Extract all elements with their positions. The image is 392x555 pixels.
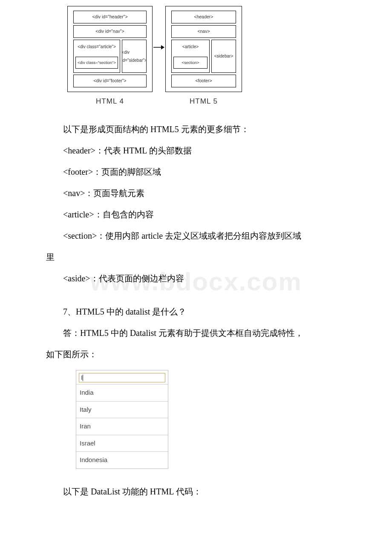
paragraph-footer: <footer>：页面的脚部区域 bbox=[0, 161, 392, 182]
html4-header-box: <div id="header"> bbox=[73, 11, 146, 23]
datalist-option[interactable]: Israel bbox=[76, 435, 168, 452]
html5-article-label: <article> bbox=[173, 43, 208, 51]
paragraph-datalist-code: 以下是 DataList 功能的 HTML 代码： bbox=[0, 481, 392, 502]
html4-article-box: <div class="article"> <div class="sectio… bbox=[73, 40, 120, 73]
html5-header-box: <header> bbox=[171, 11, 236, 23]
question-7: 7、HTML5 中的 datalist 是什么？ bbox=[0, 301, 392, 322]
arrow-icon bbox=[153, 43, 165, 54]
html4-panel: <div id="header"> <div id="nav"> <div cl… bbox=[67, 6, 153, 92]
text-cursor-icon bbox=[83, 375, 83, 381]
answer-7-line2: 如下图所示： bbox=[0, 344, 392, 365]
paragraph-intro: 以下是形成页面结构的 HTML5 元素的更多细节： bbox=[0, 119, 392, 140]
html5-footer-box: <footer> bbox=[171, 75, 236, 87]
paragraph-section-line2: 里 bbox=[0, 246, 392, 268]
html4-section-box: <div class="section"> bbox=[75, 57, 118, 69]
html4-footer-box: <div id="footer"> bbox=[73, 75, 146, 87]
datalist-option[interactable]: India bbox=[76, 384, 168, 401]
datalist-input[interactable]: I bbox=[79, 373, 165, 382]
html5-caption: HTML 5 bbox=[165, 95, 242, 108]
html5-section-box: <section> bbox=[173, 57, 208, 69]
html5-panel: <header> <nav> <article> <section> <side… bbox=[165, 6, 242, 92]
html5-nav-box: <nav> bbox=[171, 25, 236, 38]
paragraph-article: <article>：自包含的内容 bbox=[0, 204, 392, 225]
datalist-option[interactable]: Italy bbox=[76, 401, 168, 418]
datalist-option[interactable]: Iran bbox=[76, 418, 168, 435]
html4-article-label: <div class="article"> bbox=[75, 43, 118, 51]
paragraph-header: <header>：代表 HTML 的头部数据 bbox=[0, 140, 392, 161]
datalist-figure: I India Italy Iran Israel Indonesia bbox=[76, 370, 168, 469]
html5-sidebar-box: <sidebar> bbox=[211, 40, 236, 73]
paragraph-nav: <nav>：页面导航元素 bbox=[0, 182, 392, 204]
answer-7-line1: 答：HTML5 中的 Datalist 元素有助于提供文本框自动完成特性， bbox=[0, 322, 392, 344]
html4-caption: HTML 4 bbox=[67, 95, 153, 108]
html5-article-box: <article> <section> bbox=[171, 40, 210, 73]
datalist-option[interactable]: Indonesia bbox=[76, 451, 168, 468]
html4-nav-box: <div id="nav"> bbox=[73, 25, 146, 38]
html4-vs-html5-diagram: <div id="header"> <div id="nav"> <div cl… bbox=[67, 6, 244, 108]
html4-sidebar-box: <div id="sidebar"> bbox=[122, 40, 147, 73]
paragraph-section-line1: <section>：使用内部 article 去定义区域或者把分组内容放到区域 bbox=[0, 225, 392, 246]
paragraph-aside: <aside>：代表页面的侧边栏内容 bbox=[0, 268, 392, 289]
svg-marker-1 bbox=[161, 45, 164, 49]
